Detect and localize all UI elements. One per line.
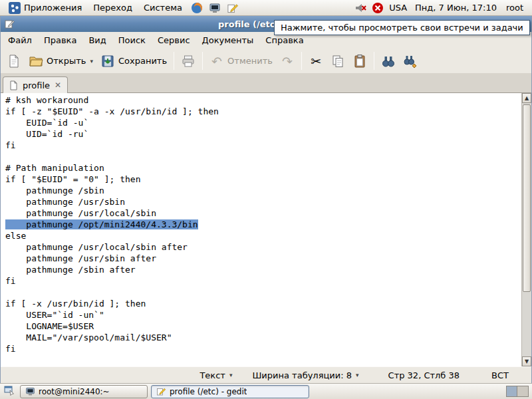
tab-profile[interactable]: profile ✕ xyxy=(3,76,68,93)
code-line: MAIL="/var/spool/mail/$USER" xyxy=(5,332,521,343)
places-menu[interactable]: Переход xyxy=(88,1,138,14)
open-dropdown-icon: ▾ xyxy=(90,58,93,65)
text-editor-launcher[interactable] xyxy=(224,1,241,15)
tab-close-icon[interactable]: ✕ xyxy=(54,80,62,90)
code-line: fi xyxy=(5,275,521,287)
code-line xyxy=(5,287,521,298)
firefox-launcher[interactable] xyxy=(188,1,205,15)
taskbar-item-terminal[interactable]: root@mini2440:~ xyxy=(20,385,148,398)
scrollbar-track[interactable] xyxy=(522,103,531,356)
code-line: LOGNAME=$USER xyxy=(5,321,521,332)
print-button[interactable] xyxy=(178,51,199,71)
statusbar: Текст ▾ Ширина табуляции: 8 ▾ Стр 32, Ст… xyxy=(1,366,531,383)
print-icon xyxy=(181,54,196,68)
tab-label: profile xyxy=(23,80,50,90)
save-button-label: Сохранить xyxy=(118,56,167,66)
code-line: if [ -z "$EUID" -a -x /usr/bin/id ]; the… xyxy=(5,106,521,117)
find-icon xyxy=(381,54,396,68)
code-line-selected: pathmunge /opt/mini2440/4.3.3/bin xyxy=(5,219,521,230)
workspace-switcher[interactable] xyxy=(506,386,529,397)
new-button[interactable] xyxy=(3,51,25,71)
code-line: fi xyxy=(5,343,521,354)
code-line xyxy=(5,151,521,162)
new-document-icon xyxy=(7,54,21,68)
gedit-icon xyxy=(156,386,166,396)
user-switcher[interactable]: root xyxy=(505,1,527,14)
find-button[interactable] xyxy=(378,51,399,71)
code-line: pathmunge /usr/sbin after xyxy=(5,253,521,264)
toolbar-separator xyxy=(374,52,374,70)
cut-button[interactable]: ✂ xyxy=(305,51,327,71)
replace-button[interactable] xyxy=(400,51,421,71)
scroll-up-button[interactable]: ▲ xyxy=(522,93,531,103)
cut-icon: ✂ xyxy=(309,54,323,68)
code-line: if [ -x /usr/bin/id ]; then xyxy=(5,298,521,309)
places-menu-label: Переход xyxy=(93,3,132,13)
show-desktop-button[interactable] xyxy=(2,385,17,398)
undo-icon: ↶ xyxy=(209,54,224,68)
scroll-down-button[interactable]: ▼ xyxy=(522,356,531,366)
system-menu[interactable]: Система xyxy=(138,1,188,14)
code-line: # ksh workaround xyxy=(5,94,521,106)
menu-edit[interactable]: Правка xyxy=(38,33,82,47)
code-line: if [ "$EUID" = "0" ]; then xyxy=(5,174,521,185)
document-icon xyxy=(9,80,19,90)
firefox-icon xyxy=(191,2,203,14)
open-button[interactable]: Открыть ▾ xyxy=(25,51,96,71)
redo-icon: ↷ xyxy=(280,54,295,68)
open-button-label: Открыть xyxy=(47,56,86,66)
undo-button: ↶ Отменить xyxy=(206,51,276,71)
taskbar-item-gedit[interactable]: profile (/etc) - gedit xyxy=(151,385,309,398)
save-icon xyxy=(100,54,115,68)
code-line: USER="`id -un`" xyxy=(5,309,521,321)
alert-icon[interactable] xyxy=(372,2,384,14)
chevron-down-icon: ▾ xyxy=(356,372,359,378)
code-line: EUID=`id -u` xyxy=(5,117,521,128)
code-line: # Path manipulation xyxy=(5,162,521,174)
text-editor-icon xyxy=(227,2,239,14)
code-line: pathmunge /usr/sbin xyxy=(5,196,521,207)
menu-help[interactable]: Справка xyxy=(259,33,309,47)
menu-file[interactable]: Файл xyxy=(2,33,38,47)
copy-button[interactable] xyxy=(327,51,348,71)
find-replace-icon xyxy=(403,54,418,68)
show-desktop-icon xyxy=(4,385,15,398)
clock-tooltip: Нажмите, чтобы просмотреть свои встречи … xyxy=(274,20,530,35)
editor-area: # ksh workaroundif [ -z "$EUID" -a -x /u… xyxy=(1,93,531,366)
paste-icon xyxy=(352,54,367,68)
menu-search[interactable]: Поиск xyxy=(112,33,152,47)
save-button[interactable]: Сохранить xyxy=(97,51,170,71)
code-line: pathmunge /sbin after xyxy=(5,264,521,275)
workspace-1[interactable] xyxy=(507,386,517,396)
language-mode-selector[interactable]: Текст ▾ xyxy=(197,370,235,381)
toolbar: Открыть ▾ Сохранить ↶ Отменить ↷ xyxy=(1,49,531,74)
applications-menu[interactable]: Приложения xyxy=(3,1,87,15)
code-line: pathmunge /usr/local/sbin after xyxy=(5,241,521,253)
vertical-scrollbar: ▲ ▼ xyxy=(521,93,531,366)
workspace-2[interactable] xyxy=(517,386,528,396)
menu-view[interactable]: Вид xyxy=(82,33,112,47)
terminal-launcher[interactable] xyxy=(206,1,223,15)
code-line: pathmunge /sbin xyxy=(5,185,521,196)
insert-mode-indicator: ВСТ xyxy=(491,370,509,380)
menu-documents[interactable]: Документы xyxy=(196,33,260,47)
menu-tools[interactable]: Сервис xyxy=(152,33,196,47)
redo-button: ↷ xyxy=(277,51,298,71)
clock[interactable]: Пнд, 7 Июн, 17:10 xyxy=(412,1,499,14)
system-menu-label: Система xyxy=(144,3,182,13)
undo-button-label: Отменить xyxy=(227,56,273,66)
open-folder-icon xyxy=(29,54,43,68)
terminal-icon xyxy=(209,2,221,14)
toolbar-separator xyxy=(174,52,174,70)
scrollbar-thumb[interactable] xyxy=(523,104,531,292)
volume-muted-icon[interactable] xyxy=(354,2,366,14)
tab-width-selector[interactable]: Ширина табуляции: 8 ▾ xyxy=(249,370,361,381)
taskbar-item-label: profile (/etc) - gedit xyxy=(170,387,247,396)
code-line: fi xyxy=(5,140,521,151)
paste-button[interactable] xyxy=(349,51,370,71)
cursor-position: Стр 32, Стлб 38 xyxy=(388,370,460,380)
desktop: Приложения Переход Система xyxy=(0,0,532,399)
code-line: else xyxy=(5,230,521,241)
editor-text[interactable]: # ksh workaroundif [ -z "$EUID" -a -x /u… xyxy=(1,93,521,366)
keyboard-layout-indicator[interactable]: USA xyxy=(389,3,407,13)
